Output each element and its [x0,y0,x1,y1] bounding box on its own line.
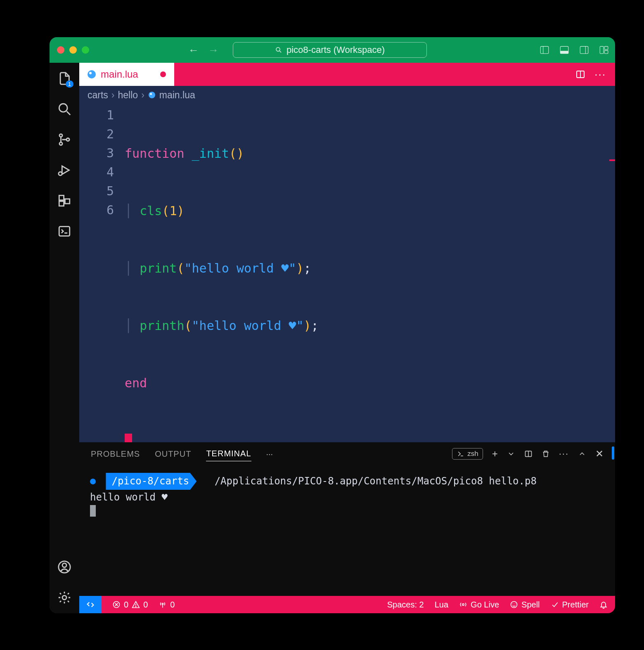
nav-back-icon[interactable]: ← [188,45,199,55]
tab-label: main.lua [101,69,138,80]
trash-icon[interactable] [542,450,550,458]
activity-run-debug[interactable] [56,162,73,178]
breadcrumb[interactable]: carts › hello › main.lua [79,86,615,104]
panel-tab-problems[interactable]: PROBLEMS [91,449,140,459]
tab-dirty-indicator [160,71,166,77]
gear-icon [57,591,71,605]
command-center-text: pico8-carts (Workspace) [286,45,385,55]
error-icon [112,600,121,609]
editor-group: main.lua ··· carts › hello › main.lua 1 [79,63,615,613]
panel-more-actions-icon[interactable]: ··· [559,448,569,459]
svg-rect-10 [604,50,608,54]
account-icon [57,560,71,574]
status-go-live[interactable]: Go Live [459,600,499,610]
source-control-icon [57,133,71,147]
svg-point-37 [462,604,464,605]
status-spell[interactable]: Spell [510,600,540,610]
activity-search[interactable] [56,101,73,117]
command-center[interactable]: pico8-carts (Workspace) [233,42,427,58]
svg-rect-9 [604,46,608,50]
status-problems[interactable]: 0 0 [112,600,148,610]
activity-extensions[interactable] [56,192,73,209]
svg-point-40 [515,604,516,605]
terminal-prompt-path: /pico-8/carts [106,473,197,490]
spellcheck-icon [510,600,518,609]
terminal-icon [457,450,465,458]
terminal-scrollbar[interactable] [612,446,614,460]
split-terminal-icon[interactable] [524,450,533,458]
lua-file-icon [88,70,96,78]
maximize-panel-icon[interactable] [578,450,586,458]
activity-source-control[interactable] [56,131,73,148]
layout-customize-icon[interactable] [599,45,609,55]
status-notifications[interactable] [599,600,608,609]
activity-settings[interactable] [56,589,73,606]
panel-tab-terminal[interactable]: TERMINAL [206,449,251,461]
close-panel-icon[interactable]: ✕ [595,448,604,460]
panel-more-tabs-icon[interactable]: ··· [266,449,273,459]
broadcast-icon [459,600,467,609]
line-number-gutter: 1 2 3 4 5 6 [79,104,125,442]
svg-point-14 [59,142,62,145]
svg-point-24 [62,563,66,567]
debug-icon [57,163,71,177]
warning-icon [132,600,140,609]
terminal-status-dot [90,479,96,484]
layout-panel-icon[interactable] [559,45,570,55]
svg-point-0 [276,47,280,51]
svg-rect-20 [65,199,69,204]
split-editor-icon[interactable] [575,69,585,79]
activity-explorer[interactable]: 1 [56,70,73,87]
terminal-cursor [90,505,96,517]
close-window-button[interactable] [57,46,64,54]
activity-accounts[interactable] [56,559,73,575]
new-terminal-button[interactable]: + [492,448,498,460]
title-bar: ← → pico8-carts (Workspace) [50,37,615,63]
tab-strip: main.lua ··· [79,63,615,86]
status-bar: 0 0 0 Spaces: 2 Lua Go Live Spell [79,596,615,613]
panel-tab-output[interactable]: OUTPUT [155,449,191,459]
layout-sidebar-right-icon[interactable] [579,45,590,55]
svg-rect-21 [59,227,70,236]
panel-tabs: PROBLEMS OUTPUT TERMINAL ··· zsh + ··· [79,442,615,465]
search-icon [57,102,71,116]
layout-sidebar-left-icon[interactable] [539,45,550,55]
svg-point-38 [511,602,517,608]
nav-forward-icon[interactable]: → [208,45,219,55]
search-icon [275,46,282,54]
status-spaces[interactable]: Spaces: 2 [387,600,424,610]
status-prettier[interactable]: Prettier [551,600,589,610]
svg-rect-2 [540,46,549,53]
editor-actions: ··· [575,63,615,86]
nav-arrows: ← → [188,45,219,55]
svg-line-12 [67,111,71,115]
panel: PROBLEMS OUTPUT TERMINAL ··· zsh + ··· [79,442,615,596]
svg-rect-19 [59,201,64,206]
radio-tower-icon [159,600,167,609]
svg-point-39 [513,604,514,605]
terminal-command: /Applications/PICO-8.app/Contents/MacOS/… [215,475,537,487]
code-editor[interactable]: 1 2 3 4 5 6 function _init() │ cls(1) │ … [79,104,615,442]
tab-main-lua[interactable]: main.lua [79,63,174,86]
breadcrumb-seg-1[interactable]: hello [118,90,138,101]
activity-remote-explorer[interactable] [56,223,73,240]
status-ports[interactable]: 0 [159,600,175,610]
editor-more-icon[interactable]: ··· [594,68,606,81]
terminal-content[interactable]: /pico-8/carts /Applications/PICO-8.app/C… [79,465,615,529]
minimize-window-button[interactable] [69,46,77,54]
terminal-profile-label[interactable]: zsh [452,448,483,460]
terminal-output-line: hello world ♥ [90,490,604,505]
svg-rect-5 [560,51,568,54]
svg-point-17 [59,172,62,176]
svg-point-25 [62,595,66,600]
breadcrumb-seg-0[interactable]: carts [88,90,108,101]
svg-point-35 [135,606,136,607]
explorer-badge: 1 [66,81,73,88]
breadcrumb-seg-2[interactable]: main.lua [159,90,195,101]
remote-indicator[interactable] [79,596,102,613]
status-language[interactable]: Lua [435,600,448,610]
code-content[interactable]: function _init() │ cls(1) │ print("hello… [125,104,319,442]
fullscreen-window-button[interactable] [82,46,89,54]
svg-rect-6 [580,46,588,53]
chevron-down-icon[interactable] [507,450,515,458]
